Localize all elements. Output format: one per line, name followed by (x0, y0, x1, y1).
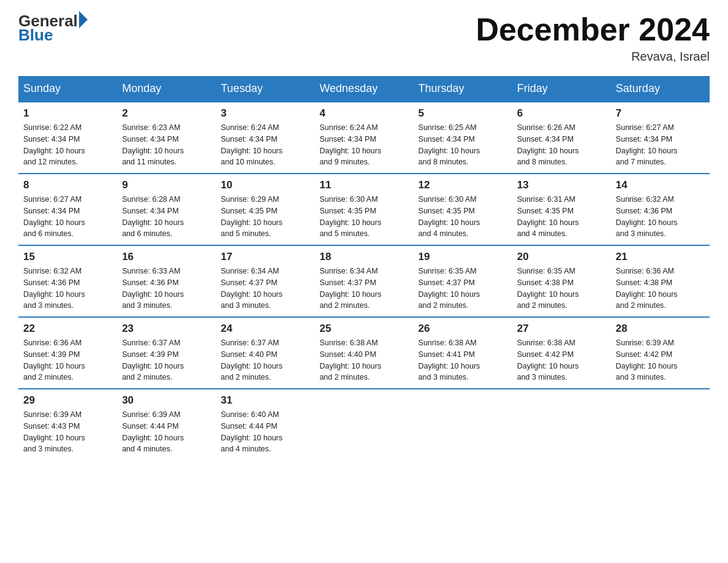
day-info: Sunrise: 6:38 AM Sunset: 4:40 PM Dayligh… (319, 337, 408, 383)
calendar-week-row: 29Sunrise: 6:39 AM Sunset: 4:43 PM Dayli… (18, 389, 710, 460)
day-number: 18 (319, 251, 408, 263)
day-info: Sunrise: 6:36 AM Sunset: 4:39 PM Dayligh… (23, 337, 112, 383)
logo-blue: Blue (18, 27, 88, 43)
weekday-header: Friday (512, 76, 611, 102)
day-info: Sunrise: 6:39 AM Sunset: 4:42 PM Dayligh… (616, 337, 705, 383)
calendar-day-cell: 24Sunrise: 6:37 AM Sunset: 4:40 PM Dayli… (216, 317, 314, 389)
month-title: December 2024 (476, 12, 710, 47)
day-info: Sunrise: 6:32 AM Sunset: 4:36 PM Dayligh… (23, 266, 112, 312)
day-number: 16 (122, 251, 211, 263)
day-number: 28 (616, 323, 705, 335)
page-header: General Blue December 2024 Revava, Israe… (18, 12, 710, 64)
calendar-day-cell: 14Sunrise: 6:32 AM Sunset: 4:36 PM Dayli… (611, 174, 710, 245)
calendar-day-cell: 25Sunrise: 6:38 AM Sunset: 4:40 PM Dayli… (314, 317, 413, 389)
day-info: Sunrise: 6:22 AM Sunset: 4:34 PM Dayligh… (23, 122, 112, 168)
title-block: December 2024 Revava, Israel (476, 12, 710, 64)
weekday-header: Wednesday (314, 76, 413, 102)
day-info: Sunrise: 6:26 AM Sunset: 4:34 PM Dayligh… (517, 122, 606, 168)
day-info: Sunrise: 6:38 AM Sunset: 4:42 PM Dayligh… (517, 337, 606, 383)
calendar-day-cell: 15Sunrise: 6:32 AM Sunset: 4:36 PM Dayli… (18, 245, 117, 317)
calendar-day-cell (611, 389, 710, 460)
day-number: 4 (319, 107, 408, 120)
day-number: 20 (517, 251, 606, 263)
day-info: Sunrise: 6:27 AM Sunset: 4:34 PM Dayligh… (23, 194, 112, 240)
calendar-day-cell: 16Sunrise: 6:33 AM Sunset: 4:36 PM Dayli… (117, 245, 216, 317)
day-info: Sunrise: 6:30 AM Sunset: 4:35 PM Dayligh… (419, 194, 507, 240)
day-info: Sunrise: 6:38 AM Sunset: 4:41 PM Dayligh… (419, 337, 507, 383)
weekday-header: Monday (117, 76, 216, 102)
calendar-day-cell: 2Sunrise: 6:23 AM Sunset: 4:34 PM Daylig… (117, 102, 216, 174)
day-number: 21 (616, 251, 705, 263)
day-info: Sunrise: 6:37 AM Sunset: 4:40 PM Dayligh… (221, 337, 309, 383)
calendar-day-cell: 30Sunrise: 6:39 AM Sunset: 4:44 PM Dayli… (117, 389, 216, 460)
calendar-day-cell: 21Sunrise: 6:36 AM Sunset: 4:38 PM Dayli… (611, 245, 710, 317)
day-number: 29 (23, 394, 112, 407)
day-number: 6 (517, 107, 606, 120)
day-number: 5 (419, 107, 507, 120)
calendar-day-cell: 29Sunrise: 6:39 AM Sunset: 4:43 PM Dayli… (18, 389, 117, 460)
day-number: 23 (122, 323, 211, 335)
day-number: 22 (23, 323, 112, 335)
calendar-week-row: 1Sunrise: 6:22 AM Sunset: 4:34 PM Daylig… (18, 102, 710, 174)
calendar-day-cell: 8Sunrise: 6:27 AM Sunset: 4:34 PM Daylig… (18, 174, 117, 245)
day-info: Sunrise: 6:30 AM Sunset: 4:35 PM Dayligh… (319, 194, 408, 240)
calendar-table: SundayMondayTuesdayWednesdayThursdayFrid… (18, 76, 710, 460)
day-info: Sunrise: 6:27 AM Sunset: 4:34 PM Dayligh… (616, 122, 705, 168)
day-number: 1 (23, 107, 112, 120)
day-info: Sunrise: 6:36 AM Sunset: 4:38 PM Dayligh… (616, 266, 705, 312)
calendar-day-cell: 17Sunrise: 6:34 AM Sunset: 4:37 PM Dayli… (216, 245, 314, 317)
day-info: Sunrise: 6:39 AM Sunset: 4:44 PM Dayligh… (122, 409, 211, 455)
calendar-day-cell: 7Sunrise: 6:27 AM Sunset: 4:34 PM Daylig… (611, 102, 710, 174)
day-info: Sunrise: 6:35 AM Sunset: 4:38 PM Dayligh… (517, 266, 606, 312)
calendar-day-cell: 6Sunrise: 6:26 AM Sunset: 4:34 PM Daylig… (512, 102, 611, 174)
calendar-day-cell: 18Sunrise: 6:34 AM Sunset: 4:37 PM Dayli… (314, 245, 413, 317)
calendar-day-cell: 1Sunrise: 6:22 AM Sunset: 4:34 PM Daylig… (18, 102, 117, 174)
calendar-day-cell (314, 389, 413, 460)
day-number: 24 (221, 323, 309, 335)
calendar-day-cell: 5Sunrise: 6:25 AM Sunset: 4:34 PM Daylig… (414, 102, 512, 174)
calendar-day-cell: 12Sunrise: 6:30 AM Sunset: 4:35 PM Dayli… (414, 174, 512, 245)
day-number: 3 (221, 107, 309, 120)
day-number: 30 (122, 394, 211, 407)
day-info: Sunrise: 6:29 AM Sunset: 4:35 PM Dayligh… (221, 194, 309, 240)
day-info: Sunrise: 6:25 AM Sunset: 4:34 PM Dayligh… (419, 122, 507, 168)
day-info: Sunrise: 6:32 AM Sunset: 4:36 PM Dayligh… (616, 194, 705, 240)
day-number: 7 (616, 107, 705, 120)
calendar-day-cell: 10Sunrise: 6:29 AM Sunset: 4:35 PM Dayli… (216, 174, 314, 245)
day-info: Sunrise: 6:34 AM Sunset: 4:37 PM Dayligh… (221, 266, 309, 312)
day-number: 10 (221, 179, 309, 191)
day-number: 8 (23, 179, 112, 191)
calendar-day-cell: 26Sunrise: 6:38 AM Sunset: 4:41 PM Dayli… (414, 317, 512, 389)
location: Revava, Israel (476, 50, 710, 64)
day-info: Sunrise: 6:31 AM Sunset: 4:35 PM Dayligh… (517, 194, 606, 240)
weekday-header: Saturday (611, 76, 710, 102)
calendar-header-row: SundayMondayTuesdayWednesdayThursdayFrid… (18, 76, 710, 102)
calendar-day-cell: 31Sunrise: 6:40 AM Sunset: 4:44 PM Dayli… (216, 389, 314, 460)
calendar-week-row: 22Sunrise: 6:36 AM Sunset: 4:39 PM Dayli… (18, 317, 710, 389)
calendar-day-cell: 20Sunrise: 6:35 AM Sunset: 4:38 PM Dayli… (512, 245, 611, 317)
day-info: Sunrise: 6:24 AM Sunset: 4:34 PM Dayligh… (319, 122, 408, 168)
day-number: 2 (122, 107, 211, 120)
day-number: 15 (23, 251, 112, 263)
day-number: 9 (122, 179, 211, 191)
calendar-day-cell: 9Sunrise: 6:28 AM Sunset: 4:34 PM Daylig… (117, 174, 216, 245)
logo: General Blue (18, 12, 88, 43)
calendar-week-row: 15Sunrise: 6:32 AM Sunset: 4:36 PM Dayli… (18, 245, 710, 317)
calendar-day-cell: 3Sunrise: 6:24 AM Sunset: 4:34 PM Daylig… (216, 102, 314, 174)
day-info: Sunrise: 6:34 AM Sunset: 4:37 PM Dayligh… (319, 266, 408, 312)
calendar-day-cell: 28Sunrise: 6:39 AM Sunset: 4:42 PM Dayli… (611, 317, 710, 389)
calendar-day-cell: 19Sunrise: 6:35 AM Sunset: 4:37 PM Dayli… (414, 245, 512, 317)
calendar-day-cell: 4Sunrise: 6:24 AM Sunset: 4:34 PM Daylig… (314, 102, 413, 174)
day-info: Sunrise: 6:28 AM Sunset: 4:34 PM Dayligh… (122, 194, 211, 240)
day-number: 11 (319, 179, 408, 191)
day-number: 13 (517, 179, 606, 191)
calendar-week-row: 8Sunrise: 6:27 AM Sunset: 4:34 PM Daylig… (18, 174, 710, 245)
day-number: 31 (221, 394, 309, 407)
day-info: Sunrise: 6:23 AM Sunset: 4:34 PM Dayligh… (122, 122, 211, 168)
calendar-day-cell: 11Sunrise: 6:30 AM Sunset: 4:35 PM Dayli… (314, 174, 413, 245)
calendar-day-cell (414, 389, 512, 460)
day-info: Sunrise: 6:35 AM Sunset: 4:37 PM Dayligh… (419, 266, 507, 312)
calendar-day-cell: 22Sunrise: 6:36 AM Sunset: 4:39 PM Dayli… (18, 317, 117, 389)
calendar-day-cell (512, 389, 611, 460)
day-info: Sunrise: 6:37 AM Sunset: 4:39 PM Dayligh… (122, 337, 211, 383)
